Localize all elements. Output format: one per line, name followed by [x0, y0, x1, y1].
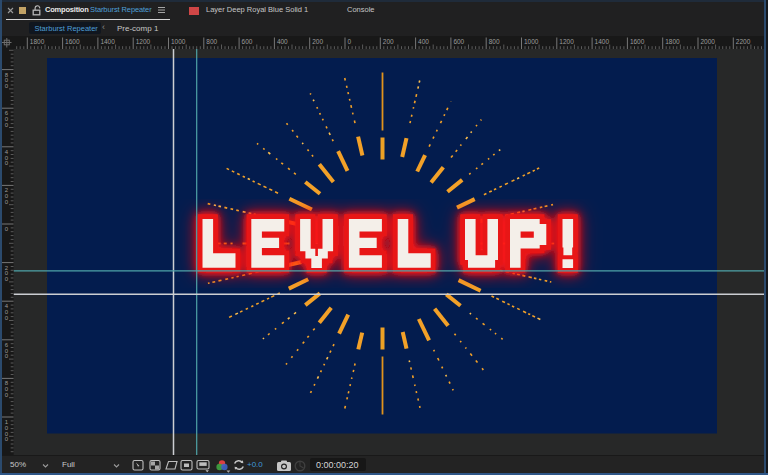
svg-text:1600: 1600 — [65, 38, 80, 45]
svg-text:2200: 2200 — [736, 38, 751, 45]
svg-text:1600: 1600 — [630, 38, 645, 45]
svg-text:1200: 1200 — [559, 38, 574, 45]
svg-text:1200: 1200 — [136, 38, 151, 45]
svg-text:800: 800 — [206, 38, 217, 45]
svg-text:600: 600 — [242, 38, 253, 45]
svg-text:400: 400 — [277, 38, 288, 45]
svg-text:1800: 1800 — [30, 38, 45, 45]
svg-text:1400: 1400 — [100, 38, 115, 45]
svg-text:200: 200 — [383, 38, 394, 45]
svg-text:1400: 1400 — [595, 38, 610, 45]
svg-text:800: 800 — [489, 38, 500, 45]
svg-text:1000: 1000 — [524, 38, 539, 45]
svg-text:400: 400 — [418, 38, 429, 45]
svg-text:2000: 2000 — [701, 38, 716, 45]
svg-text:1000: 1000 — [171, 38, 186, 45]
svg-text:1800: 1800 — [665, 38, 680, 45]
svg-text:200: 200 — [312, 38, 323, 45]
svg-text:0: 0 — [348, 38, 352, 45]
svg-text:600: 600 — [453, 38, 464, 45]
